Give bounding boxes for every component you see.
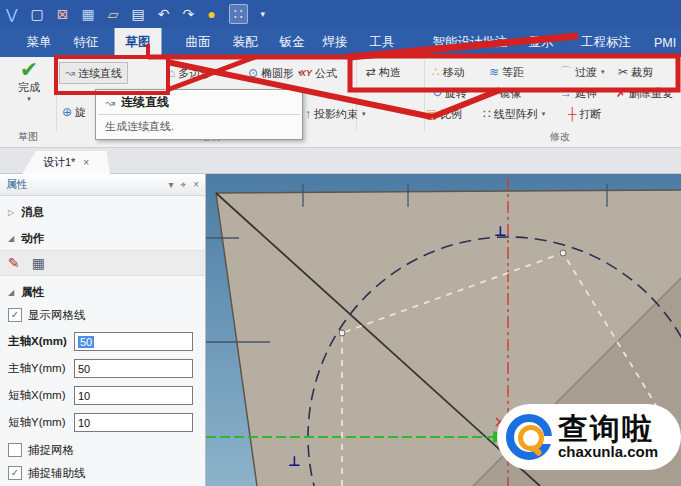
major-axis-x-input[interactable]: 50 <box>74 332 193 351</box>
vertex-marker[interactable] <box>560 250 566 256</box>
tab-surface[interactable]: 曲面 <box>186 28 211 57</box>
minor-axis-x-input[interactable]: 10 <box>74 386 193 405</box>
tab-display[interactable]: 显示 <box>529 28 554 57</box>
panel-header: 属性 ▾ ⌖ × <box>0 174 205 196</box>
panel-menu-icon[interactable]: ▾ <box>168 179 173 190</box>
close-icon[interactable]: × <box>193 179 199 190</box>
move-label: 移动 <box>443 65 465 80</box>
rotate-button[interactable]: ↻ 旋转 <box>432 84 467 102</box>
mirror-button[interactable]: ◐ 镜像 <box>489 84 521 102</box>
show-gridlines-checkbox[interactable]: ✓ <box>8 308 22 322</box>
assistant-icon[interactable]: ● <box>207 7 215 21</box>
major-axis-y-input[interactable]: 50 <box>74 359 193 378</box>
rotate-curve-label: 旋 <box>75 105 86 120</box>
close-icon[interactable]: × <box>83 157 89 168</box>
snap-grid-checkbox[interactable] <box>8 443 22 457</box>
major-axis-y-row: 主轴Y(mm) 50 <box>0 358 205 379</box>
offset-button[interactable]: ≋ 等距 <box>489 63 524 81</box>
fillet-button[interactable]: ⌒ 过渡 ▾ <box>560 63 605 81</box>
extend-button[interactable]: → 延伸 <box>560 84 597 102</box>
tab-weld[interactable]: 焊接 <box>323 28 348 57</box>
minor-axis-x-row: 短轴X(mm) 10 <box>0 385 205 406</box>
chaxunla-logo-icon <box>506 414 552 460</box>
polygon-button[interactable]: ⌂ 多边形 <box>168 64 211 82</box>
perpendicular-constraint-icon: ⊥ <box>288 453 301 469</box>
offset-icon: ≋ <box>489 66 499 78</box>
watermark: 查询啦 chaxunla.com <box>497 404 681 470</box>
scale-button[interactable]: ▣ 比例 <box>426 105 462 123</box>
expanded-triangle-icon: ◢ <box>8 288 14 297</box>
tab-tools[interactable]: 工具 <box>370 28 395 57</box>
edit-sketch-icon[interactable]: ✎ <box>8 255 20 271</box>
rotate-curve-icon: ⊕ <box>62 106 72 118</box>
title-bar: ⋁ ▢ ⊠ ▦ ▱ ▤ ↶ ↷ ● ∷ ▾ <box>0 0 681 28</box>
group-label-sketch: 草图 <box>0 130 56 144</box>
break-button[interactable]: ┼ 打断 <box>568 105 602 123</box>
undo-icon[interactable]: ↶ <box>158 7 170 21</box>
linear-pattern-button[interactable]: ∷ 线型阵列 ▾ <box>483 105 545 123</box>
fillet-label: 过渡 <box>575 65 597 80</box>
perpendicular-constraint-icon: ⊥ <box>494 223 507 239</box>
rotate-curve-button[interactable]: ⊕ 旋 <box>62 103 86 121</box>
major-axis-y-label: 主轴Y(mm) <box>8 361 74 376</box>
section-actions[interactable]: ◢ 动作 <box>0 228 205 248</box>
tooltip-continuous-line: ↝ 连续直线 生成连续直线. <box>95 89 303 140</box>
snap-grid-label: 捕捉网格 <box>28 443 74 458</box>
finish-sketch-button[interactable]: ✔ 完成 ▾ <box>6 60 52 103</box>
document-tab-design1[interactable]: 设计1* × <box>22 151 110 174</box>
continuous-line-button[interactable]: ↝ 连续直线 <box>59 62 128 84</box>
polygon-label: 多边形 <box>178 66 211 81</box>
formula-button[interactable]: XY 公式 <box>300 64 337 82</box>
finish-label: 完成 <box>6 80 52 95</box>
move-button[interactable]: ∴ 移动 <box>432 63 465 81</box>
vertex-marker[interactable] <box>339 330 345 336</box>
expanded-triangle-icon: ◢ <box>8 234 14 243</box>
grid-table-icon[interactable]: ▦ <box>32 255 45 271</box>
tab-sketch[interactable]: 草图 <box>115 28 162 57</box>
new-file-icon[interactable]: ▢ <box>30 7 43 21</box>
scale-label: 比例 <box>440 107 462 122</box>
show-gridlines-label: 显示网格线 <box>28 308 86 323</box>
more-icon[interactable]: ▾ <box>261 10 266 19</box>
rotate-icon: ↻ <box>432 87 442 99</box>
delete-duplicates-button[interactable]: ✗ 删除重复 <box>616 84 673 102</box>
tab-assembly[interactable]: 装配 <box>233 28 258 57</box>
group-label-modify: 修改 <box>500 130 620 144</box>
projection-constraint-label: 投影约束 <box>314 107 358 122</box>
ellipse-button[interactable]: ⊙ 椭圆形 ▾ <box>248 64 302 82</box>
export-image-icon[interactable]: ▦ <box>81 7 94 21</box>
trim-button[interactable]: ✂ 裁剪 <box>618 63 653 81</box>
save-icon[interactable]: ▤ <box>131 7 144 21</box>
linear-pattern-icon: ∷ <box>483 108 491 120</box>
snap-guides-row: ✓ 捕捉辅助线 <box>0 463 205 483</box>
application-window: ⋁ ▢ ⊠ ▦ ▱ ▤ ↶ ↷ ● ∷ ▾ 菜单 特征 草图 曲面 装配 钣金 … <box>0 0 681 486</box>
scale-icon: ▣ <box>426 108 437 120</box>
formula-icon: XY <box>300 69 312 78</box>
redo-icon[interactable]: ↷ <box>182 7 194 21</box>
ellipse-label: 椭圆形 <box>261 66 294 81</box>
group-separator <box>56 60 57 131</box>
offset-label: 等距 <box>502 65 524 80</box>
section-properties[interactable]: ◢ 属性 <box>0 282 205 302</box>
pattern-toggle-icon[interactable]: ∷ <box>229 4 248 24</box>
section-messages[interactable]: ▷ 消息 <box>0 202 205 222</box>
document-tab-label: 设计1* <box>43 155 75 170</box>
import-icon[interactable]: ⊠ <box>57 7 69 21</box>
tab-smart-annotation[interactable]: 智能设计批注 <box>433 28 508 57</box>
minor-axis-y-input[interactable]: 10 <box>74 413 193 432</box>
projection-constraint-button[interactable]: ↑ 投影约束 ▾ <box>305 105 366 123</box>
break-label: 打断 <box>580 107 602 122</box>
snap-guides-checkbox[interactable]: ✓ <box>8 466 22 480</box>
tab-pmi[interactable]: PMI <box>654 28 676 57</box>
delete-duplicates-icon: ✗ <box>616 87 626 99</box>
tab-sheetmetal[interactable]: 钣金 <box>280 28 305 57</box>
chevron-down-icon: ▾ <box>6 95 52 103</box>
continuous-line-icon: ↝ <box>65 67 75 79</box>
construction-button[interactable]: ⇄ 构造 <box>366 63 401 81</box>
tab-menu[interactable]: 菜单 <box>27 28 52 57</box>
open-folder-icon[interactable]: ▱ <box>108 7 119 21</box>
pin-icon[interactable]: ⌖ <box>181 179 187 191</box>
tab-drafting[interactable]: 工程标注 <box>581 28 631 57</box>
tab-feature[interactable]: 特征 <box>74 28 99 57</box>
rotate-label: 旋转 <box>445 86 467 101</box>
